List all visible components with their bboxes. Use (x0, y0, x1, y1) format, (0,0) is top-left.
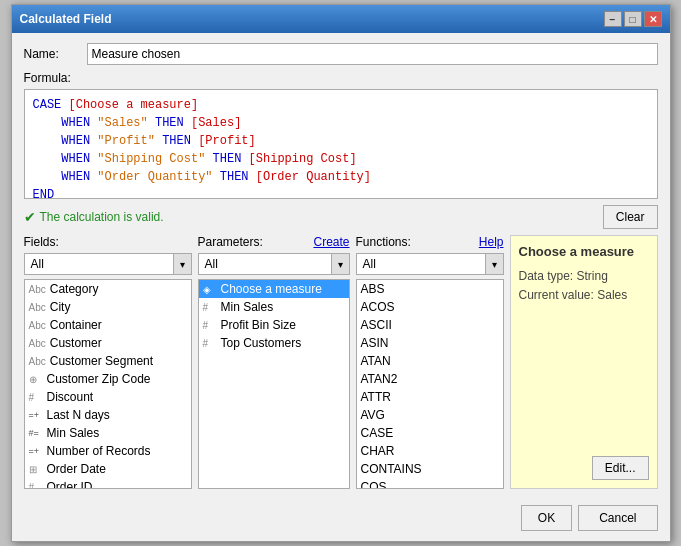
list-item[interactable]: COS (357, 478, 503, 489)
abc-icon: Abc (29, 338, 46, 349)
ok-button[interactable]: OK (521, 505, 572, 531)
list-item[interactable]: ⊞Order Date (25, 460, 191, 478)
info-panel: Choose a measure Data type: String Curre… (510, 235, 658, 489)
clear-button[interactable]: Clear (603, 205, 658, 229)
fields-header: Fields: (24, 235, 192, 249)
minimize-button[interactable]: − (604, 11, 622, 27)
list-item[interactable]: #Min Sales (199, 298, 349, 316)
formula-line-3: WHEN "Profit" THEN [Profit] (33, 132, 649, 150)
list-item[interactable]: #Discount (25, 388, 191, 406)
fields-title: Fields: (24, 235, 59, 249)
fields-list[interactable]: AbcCategory AbcCity AbcContainer AbcCust… (24, 279, 192, 489)
list-item[interactable]: AbcCategory (25, 280, 191, 298)
functions-dropdown[interactable]: All ▾ (356, 253, 504, 275)
calculated-field-dialog: Calculated Field − □ ✕ Name: Formula: CA… (11, 4, 671, 542)
functions-title: Functions: (356, 235, 411, 249)
name-input[interactable] (87, 43, 658, 65)
edit-button[interactable]: Edit... (592, 456, 649, 480)
functions-list[interactable]: ABS ACOS ASCII ASIN ATAN ATAN2 ATTR AVG … (356, 279, 504, 489)
list-item[interactable]: #Order ID (25, 478, 191, 489)
dialog-title: Calculated Field (20, 12, 112, 26)
info-title: Choose a measure (519, 244, 649, 259)
abc-icon: Abc (29, 302, 46, 313)
list-item[interactable]: AbcCustomer (25, 334, 191, 352)
list-item[interactable]: AbcContainer (25, 316, 191, 334)
formula-line-4: WHEN "Shipping Cost" THEN [Shipping Cost… (33, 150, 649, 168)
list-item[interactable]: AVG (357, 406, 503, 424)
list-item[interactable]: ACOS (357, 298, 503, 316)
hash-icon4: # (203, 320, 217, 331)
list-item[interactable]: ATAN2 (357, 370, 503, 388)
list-item[interactable]: #=Min Sales (25, 424, 191, 442)
hash-icon5: # (203, 338, 217, 349)
list-item[interactable]: ABS (357, 280, 503, 298)
info-data-type: Data type: String (519, 267, 649, 286)
list-item[interactable]: ⊕Customer Zip Code (25, 370, 191, 388)
calc-icon2: =+ (29, 446, 43, 456)
list-item[interactable]: AbcCustomer Segment (25, 352, 191, 370)
list-item[interactable]: ATAN (357, 352, 503, 370)
hash-icon: # (29, 392, 43, 403)
list-item[interactable]: =+Number of Records (25, 442, 191, 460)
create-link[interactable]: Create (313, 235, 349, 249)
fields-dropdown-arrow[interactable]: ▾ (173, 254, 191, 274)
list-item[interactable]: ASIN (357, 334, 503, 352)
formula-line-1: CASE [Choose a measure] (33, 96, 649, 114)
name-label: Name: (24, 47, 79, 61)
list-item[interactable]: =+Last N days (25, 406, 191, 424)
formula-line-5: WHEN "Order Quantity" THEN [Order Quanti… (33, 168, 649, 186)
params-dropdown[interactable]: All ▾ (198, 253, 350, 275)
formula-line-2: WHEN "Sales" THEN [Sales] (33, 114, 649, 132)
params-panel: Parameters: Create All ▾ ◈Choose a measu… (198, 235, 350, 489)
abc-icon: Abc (29, 356, 46, 367)
list-item[interactable]: #Profit Bin Size (199, 316, 349, 334)
params-dropdown-arrow[interactable]: ▾ (331, 254, 349, 274)
name-row: Name: (24, 43, 658, 65)
functions-dropdown-arrow[interactable]: ▾ (485, 254, 503, 274)
fields-panel: Fields: All ▾ AbcCategory AbcCity AbcCon… (24, 235, 192, 489)
functions-dropdown-value: All (357, 255, 485, 273)
list-item[interactable]: ◈Choose a measure (199, 280, 349, 298)
list-item[interactable]: CHAR (357, 442, 503, 460)
title-bar-controls: − □ ✕ (604, 11, 662, 27)
formula-box[interactable]: CASE [Choose a measure] WHEN "Sales" THE… (24, 89, 658, 199)
info-content: Choose a measure Data type: String Curre… (519, 244, 649, 305)
panels-row: Fields: All ▾ AbcCategory AbcCity AbcCon… (24, 235, 658, 489)
functions-panel: Functions: Help All ▾ ABS ACOS ASCII ASI… (356, 235, 504, 489)
list-item[interactable]: ATTR (357, 388, 503, 406)
functions-header: Functions: Help (356, 235, 504, 249)
formula-line-6: END (33, 186, 649, 199)
list-item[interactable]: CASE (357, 424, 503, 442)
check-icon: ✔ (24, 209, 36, 225)
help-link[interactable]: Help (479, 235, 504, 249)
globe-icon: ⊕ (29, 374, 43, 385)
hash-icon2: # (29, 482, 43, 490)
params-header: Parameters: Create (198, 235, 350, 249)
close-button[interactable]: ✕ (644, 11, 662, 27)
params-title: Parameters: (198, 235, 263, 249)
calc-hash-icon: #= (29, 428, 43, 438)
dialog-body: Name: Formula: CASE [Choose a measure] W… (12, 33, 670, 541)
info-current-value: Current value: Sales (519, 286, 649, 305)
list-item[interactable]: ASCII (357, 316, 503, 334)
abc-icon: Abc (29, 320, 46, 331)
bottom-row: OK Cancel (24, 499, 658, 531)
validation-row: ✔ The calculation is valid. Clear (24, 205, 658, 229)
formula-label: Formula: (24, 71, 658, 85)
list-item[interactable]: AbcCity (25, 298, 191, 316)
validation-message: ✔ The calculation is valid. (24, 209, 164, 225)
param-icon: ◈ (203, 284, 217, 295)
hash-icon3: # (203, 302, 217, 313)
params-dropdown-value: All (199, 255, 331, 273)
fields-dropdown-value: All (25, 255, 173, 273)
calc-icon: =+ (29, 410, 43, 420)
fields-dropdown[interactable]: All ▾ (24, 253, 192, 275)
cancel-button[interactable]: Cancel (578, 505, 657, 531)
abc-icon: Abc (29, 284, 46, 295)
valid-text: The calculation is valid. (40, 210, 164, 224)
maximize-button[interactable]: □ (624, 11, 642, 27)
list-item[interactable]: #Top Customers (199, 334, 349, 352)
list-item[interactable]: CONTAINS (357, 460, 503, 478)
params-list[interactable]: ◈Choose a measure #Min Sales #Profit Bin… (198, 279, 350, 489)
title-bar: Calculated Field − □ ✕ (12, 5, 670, 33)
